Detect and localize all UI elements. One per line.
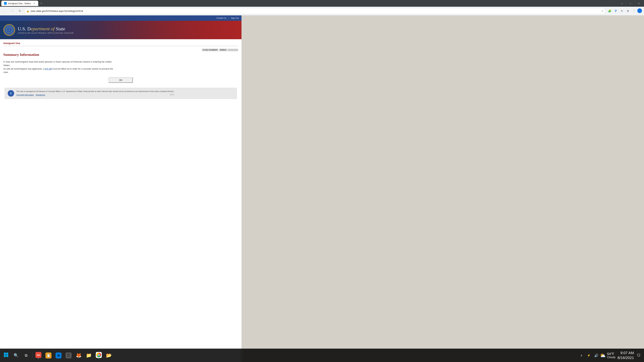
taskbar-app-explorer[interactable]: 📂 <box>104 350 114 361</box>
toolbar-icons: 🧩 P ↻ ⚙ ⋮ 👤 <box>607 8 642 14</box>
svg-text:USA: USA <box>8 30 10 31</box>
site-top-nav: Contact Us | Sign Out <box>0 15 242 21</box>
firefox-icon: 🦊 <box>76 353 82 359</box>
taskbar: 🔍 ⧉ infor 📋 ✉ 🗒 🦊 📁 📂 <box>0 349 644 362</box>
case-number: CASE NUMBER: BMB20 ███████ <box>3 49 238 51</box>
clock-date: 8/16/2021 <box>618 356 634 360</box>
maximize-button[interactable]: □ <box>626 1 634 6</box>
nav-separator: | <box>228 17 229 19</box>
page-content: Immigrant Visa CASE NUMBER: BMB20 ██████… <box>0 39 242 362</box>
bluetooth-icon: ⚡ <box>587 354 590 357</box>
browser-tab[interactable]: 🌐 Immigrant Visa - Notice ✕ <box>1 1 38 6</box>
version-number: (237) <box>170 93 174 95</box>
info-paragraph: K visas are nonimmigrant visas that assi… <box>3 60 118 74</box>
ds160-link[interactable]: DS-160 <box>45 67 52 70</box>
weather-widget[interactable]: ⛅ 64°F Cloudy <box>600 352 616 359</box>
notification-button[interactable]: 🗨 <box>634 352 643 360</box>
ok-button[interactable]: OK <box>109 77 133 83</box>
breadcrumb: Immigrant Visa <box>3 42 238 44</box>
task-view-icon: ⧉ <box>25 353 28 358</box>
address-bar[interactable]: 🔒 ceac.state.gov/IV/IVNotice.aspx?errorM… <box>24 8 606 14</box>
webpage: Contact Us | Sign Out ★ USA <box>0 15 242 362</box>
chrome-active-indicator <box>98 358 99 359</box>
disclaimers-link[interactable]: Disclaimers <box>36 94 45 96</box>
case-number-label: CASE NUMBER: <box>202 49 218 51</box>
menu-icon[interactable]: ⋮ <box>631 8 636 14</box>
search-icon: 🔍 <box>14 353 18 358</box>
site-title-block: U.S. Department of State Consular Electr… <box>18 26 74 34</box>
close-button[interactable]: ✕ <box>635 1 643 6</box>
site-title: U.S. Department of State <box>18 26 74 32</box>
taskbar-app-firefox[interactable]: 🦊 <box>74 350 83 361</box>
new-tab-button[interactable]: + <box>39 1 44 6</box>
info-text-2: As with all nonimmigrant visa applicants… <box>3 67 45 70</box>
parking-icon[interactable]: P <box>613 8 618 14</box>
minimize-button[interactable]: — <box>618 1 626 6</box>
explorer-icon: 📂 <box>106 353 112 359</box>
mail-icon: ✉ <box>56 353 62 359</box>
windows-icon <box>4 353 8 358</box>
contact-us-link[interactable]: Contact Us <box>216 17 226 19</box>
seal-inner: ★ USA <box>4 25 14 35</box>
tray-volume[interactable]: 🔊 <box>593 350 599 361</box>
reload-button[interactable]: ↻ <box>17 8 23 14</box>
taskbar-app-chrome[interactable] <box>94 350 104 361</box>
weather-temp: 64°F <box>607 352 616 356</box>
lock-icon: 🔒 <box>26 10 29 12</box>
weather-cloud-icon: ⛅ <box>600 353 606 358</box>
copyright-information-link[interactable]: Copyright Information <box>16 94 34 96</box>
svg-rect-6 <box>6 355 8 357</box>
weather-condition: Cloudy <box>607 356 616 359</box>
site-footer: C This site is managed by the Bureau of … <box>5 88 237 99</box>
volume-icon: 🔊 <box>594 354 598 358</box>
svg-text:★: ★ <box>9 28 10 30</box>
tab-favicon: 🌐 <box>4 2 7 5</box>
right-panel <box>242 15 644 362</box>
files-icon: 📁 <box>86 353 92 359</box>
tray-bluetooth[interactable]: ⚡ <box>586 350 592 361</box>
info-text-1: K visas are nonimmigrant visas that assi… <box>3 60 112 66</box>
puzzle-icon[interactable]: ⚙ <box>625 8 630 14</box>
tab-title: Immigrant Visa - Notice <box>8 2 31 5</box>
svg-rect-5 <box>4 355 6 357</box>
navigation-bar: ← → ↻ 🔒 ceac.state.gov/IV/IVNotice.aspx?… <box>0 7 644 15</box>
taskbar-search[interactable]: 🔍 <box>12 350 21 361</box>
taskbar-app-mail[interactable]: ✉ <box>54 350 63 361</box>
star-icon: ☆ <box>602 10 604 12</box>
system-clock[interactable]: 9:07 AM 8/16/2021 <box>618 351 634 360</box>
footer-content: This site is managed by the Bureau of Co… <box>16 90 174 96</box>
profile-avatar[interactable]: 👤 <box>637 8 642 13</box>
window-controls: — □ ✕ <box>618 1 643 6</box>
app-active-indicator <box>38 358 39 359</box>
state-department-seal: ★ USA <box>3 24 15 36</box>
clock-time: 9:07 AM <box>618 351 634 356</box>
case-number-redacted: ███████ <box>228 49 238 51</box>
footer-managed-text: This site is managed by the Bureau of Co… <box>16 90 174 93</box>
tray-expand[interactable]: ∧ <box>578 350 584 361</box>
taskbar-app-files[interactable]: 📁 <box>84 350 94 361</box>
site-header: ★ USA U.S. Department of State Consular … <box>0 21 242 39</box>
svg-rect-3 <box>4 353 6 355</box>
refresh-ext-icon[interactable]: ↻ <box>619 8 624 14</box>
taskbar-app-infor[interactable]: infor <box>34 350 43 361</box>
title-bar: 🌐 Immigrant Visa - Notice ✕ + — □ ✕ <box>0 0 644 7</box>
tab-close-button[interactable]: ✕ <box>33 2 36 5</box>
content-area: Contact Us | Sign Out ★ USA <box>0 15 644 362</box>
calc-icon: 🗒 <box>66 353 72 359</box>
tray-expand-icon: ∧ <box>580 354 582 357</box>
forward-button[interactable]: → <box>10 8 16 14</box>
svg-rect-4 <box>6 353 8 355</box>
site-subtitle: Consular Electronic Application Center <box>18 32 74 34</box>
taskbar-app-task[interactable]: 📋 <box>44 350 53 361</box>
taskbar-start-button[interactable] <box>1 350 11 361</box>
taskbar-app-calc[interactable]: 🗒 <box>64 350 73 361</box>
extensions-icon[interactable]: 🧩 <box>607 8 612 14</box>
system-tray: ∧ ⚡ 🔊 <box>578 350 599 361</box>
notification-icon: 🗨 <box>637 353 640 358</box>
taskbar-task-view[interactable]: ⧉ <box>22 350 31 361</box>
infor-app-icon: infor <box>36 352 42 358</box>
address-text: ceac.state.gov/IV/IVNotice.aspx?errorMsg… <box>30 10 600 12</box>
back-button[interactable]: ← <box>2 8 8 14</box>
sign-out-link[interactable]: Sign Out <box>231 17 239 19</box>
task-app-icon: 📋 <box>46 353 52 359</box>
